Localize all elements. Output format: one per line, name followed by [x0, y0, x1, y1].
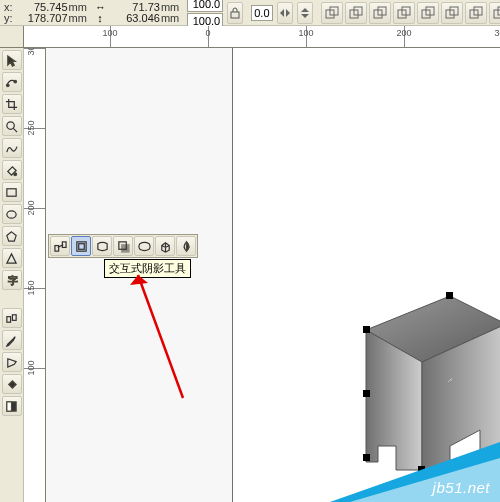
interactive-fill-tool[interactable] [2, 396, 22, 416]
text-tool[interactable]: 字 [2, 270, 22, 290]
svg-rect-29 [7, 316, 11, 322]
toolbox: 字 [0, 48, 24, 502]
ruler-tick-label: 200 [396, 28, 411, 38]
svg-marker-27 [7, 253, 16, 262]
polygon-tool[interactable] [2, 226, 22, 246]
tooltip: 交互式阴影工具 [104, 259, 191, 278]
ruler-origin-corner[interactable] [0, 26, 24, 47]
selection-handle[interactable] [363, 326, 370, 333]
page-boundary [232, 48, 233, 502]
align-icon[interactable] [321, 2, 343, 24]
watermark: jb51.net [330, 442, 500, 502]
smart-fill-tool[interactable] [2, 160, 22, 180]
canvas[interactable]: 交互式阴影工具 [46, 48, 500, 502]
svg-point-19 [6, 83, 9, 86]
extrude-tool[interactable] [155, 236, 175, 256]
mirror-v-button[interactable] [297, 2, 313, 24]
interactive-blend-tool[interactable] [2, 308, 22, 328]
size-readout: ↔ 71.73 mm ↕ 63.046 mm [95, 2, 179, 24]
crop-tool[interactable] [2, 94, 22, 114]
svg-point-21 [7, 121, 14, 128]
ruler-tick-label: 250 [26, 120, 36, 135]
ruler-tick-label: 100 [298, 28, 313, 38]
property-bar: x: 75.745 mm y: 178.707 mm ↔ 71.73 mm ↕ … [0, 0, 500, 26]
ruler-vertical: 300250200150100 [24, 48, 46, 502]
ruler-tick-label: 100 [26, 360, 36, 375]
combine-icon[interactable] [393, 2, 415, 24]
y-label: y: [4, 13, 13, 24]
svg-rect-24 [7, 188, 16, 195]
ruler-tick-label: 150 [26, 280, 36, 295]
svg-rect-33 [54, 245, 58, 251]
ruler-tick-label: 300 [26, 48, 36, 56]
to-back-icon[interactable] [465, 2, 487, 24]
transparency-tool[interactable] [176, 236, 196, 256]
svg-point-23 [14, 172, 17, 175]
selection-handle[interactable] [446, 292, 453, 299]
ruler-tick-label: 200 [26, 200, 36, 215]
lock-ratio-button[interactable] [227, 2, 243, 24]
x-unit: mm [69, 2, 87, 13]
svg-rect-15 [494, 10, 500, 18]
svg-rect-37 [78, 243, 84, 249]
ruler-tick-label: 0 [205, 28, 210, 38]
rectangle-tool[interactable] [2, 182, 22, 202]
watermark-text: jb51.net [433, 479, 490, 496]
group-icon[interactable] [345, 2, 367, 24]
selection-handle[interactable] [363, 390, 370, 397]
svg-point-20 [14, 80, 17, 83]
ungroup-icon[interactable] [369, 2, 391, 24]
ellipse-tool[interactable] [2, 204, 22, 224]
height-value: 63.046 [106, 13, 160, 24]
position-readout: x: 75.745 mm y: 178.707 mm [4, 2, 87, 24]
blend-tool[interactable] [50, 236, 70, 256]
ruler-tick-label: 300 [494, 28, 500, 38]
ruler-horizontal: 1000100200300 [0, 26, 500, 48]
outline-tool[interactable] [2, 352, 22, 372]
fill-tool[interactable] [2, 374, 22, 394]
freehand-tool[interactable] [2, 138, 22, 158]
to-front-icon[interactable] [441, 2, 463, 24]
basic-shapes-tool[interactable] [2, 248, 22, 268]
svg-line-22 [13, 128, 17, 132]
x-label: x: [4, 2, 13, 13]
interactive-tools-flyout [48, 234, 198, 258]
svg-point-25 [7, 210, 16, 217]
pick-tool[interactable] [2, 50, 22, 70]
drop-shadow-tool[interactable] [113, 236, 133, 256]
y-value: 178.707 [14, 13, 68, 24]
forward-icon[interactable] [489, 2, 500, 24]
svg-rect-39 [121, 244, 128, 251]
distortion-tool[interactable] [92, 236, 112, 256]
mirror-h-button[interactable] [277, 2, 293, 24]
envelope-tool[interactable] [134, 236, 154, 256]
x-value: 75.745 [14, 2, 68, 13]
svg-rect-0 [231, 12, 239, 18]
rotate-input[interactable]: 0.0 [251, 5, 272, 21]
zoom-tool[interactable] [2, 116, 22, 136]
contour-tool[interactable] [71, 236, 91, 256]
eyedropper-tool[interactable] [2, 330, 22, 350]
y-unit: mm [69, 13, 87, 24]
ruler-tick-label: 100 [102, 28, 117, 38]
scale-readout: 100.0 100.0 [187, 0, 223, 29]
break-icon[interactable] [417, 2, 439, 24]
shape-tool[interactable] [2, 72, 22, 92]
svg-rect-32 [7, 401, 12, 410]
width-value: 71.73 [106, 2, 160, 13]
scale-x-input[interactable]: 100.0 [187, 0, 223, 12]
svg-marker-26 [7, 231, 16, 240]
svg-text:字: 字 [8, 275, 18, 286]
svg-rect-30 [12, 314, 16, 320]
